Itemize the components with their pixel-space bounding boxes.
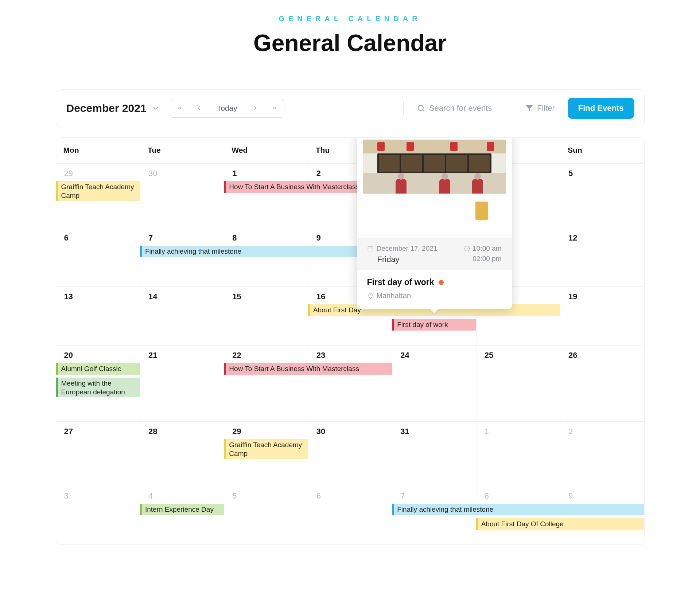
calendar-cell[interactable]: 21 <box>140 346 224 421</box>
event-popover-time-end: 02:00 pm <box>464 255 501 263</box>
page-title: General Calendar <box>0 30 700 56</box>
day-number: 7 <box>145 233 219 243</box>
svg-rect-3 <box>368 247 373 251</box>
calendar-cell[interactable]: 13 <box>56 287 140 345</box>
day-number: 24 <box>397 351 471 360</box>
calendar-cell[interactable]: 8 <box>224 228 308 286</box>
calendar-cell[interactable]: 6 <box>308 486 392 544</box>
calendar-event[interactable]: How To Start A Business With Masterclass <box>224 363 392 375</box>
calendar-toolbar: December 2021 Today <box>56 89 645 127</box>
calendar-week: 13141516171819About First DayFirst day o… <box>56 287 644 346</box>
day-number: 1 <box>229 169 303 178</box>
day-number: 4 <box>145 491 219 501</box>
calendar-event[interactable]: Graiffin Teach Academy Camp <box>56 181 140 201</box>
calendar-cell[interactable]: 31 <box>392 422 476 486</box>
calendar-cell[interactable]: 8 <box>476 486 560 544</box>
calendar-icon <box>367 245 374 252</box>
day-number: 14 <box>145 292 219 301</box>
prev-year-button[interactable] <box>170 99 189 117</box>
eyebrow-label: GENERAL CALENDAR <box>0 15 700 23</box>
day-header: Wed <box>224 138 308 164</box>
calendar-cell[interactable]: 22 <box>224 346 308 421</box>
day-number: 8 <box>482 491 555 501</box>
day-number: 13 <box>61 292 135 301</box>
next-month-button[interactable] <box>245 99 265 117</box>
calendar-cell[interactable]: 26 <box>560 346 644 421</box>
day-number: 15 <box>229 292 303 301</box>
day-header: Tue <box>140 138 224 164</box>
event-popover-location: Manhattan <box>377 292 411 300</box>
day-number: 21 <box>145 351 219 360</box>
find-events-button[interactable]: Find Events <box>568 98 634 119</box>
calendar-cell[interactable]: 28 <box>140 422 224 486</box>
prev-month-button[interactable] <box>189 99 209 117</box>
calendar-cell[interactable]: 30 <box>140 164 224 228</box>
calendar-event[interactable]: Finally achieving that milestone <box>140 246 392 257</box>
calendar-week: 272829303112Graiffin Teach Academy Camp <box>56 422 644 486</box>
day-number: 9 <box>565 491 639 501</box>
calendar-event[interactable]: Graiffin Teach Academy Camp <box>224 439 308 459</box>
calendar-week: 3456789Intern Experience DayFinally achi… <box>56 486 644 544</box>
day-number: 8 <box>229 233 303 243</box>
calendar-cell[interactable]: 5 <box>560 164 644 228</box>
date-nav-group: Today <box>170 99 284 118</box>
day-number: 29 <box>61 169 135 178</box>
search-input[interactable] <box>429 104 509 113</box>
calendar-cell[interactable]: 4 <box>140 486 224 544</box>
calendar-cell[interactable]: 3 <box>56 486 140 544</box>
calendar-cell[interactable]: 25 <box>476 346 560 421</box>
calendar-cell[interactable]: 14 <box>140 287 224 345</box>
today-button[interactable]: Today <box>209 99 245 117</box>
calendar-cell[interactable]: 24 <box>392 346 476 421</box>
calendar-cell[interactable]: 9 <box>560 486 644 544</box>
calendar-event[interactable]: Intern Experience Day <box>140 504 224 515</box>
calendar-event[interactable]: About First Day Of College <box>476 518 644 530</box>
calendar-week: 6789101112Finally achieving that milesto… <box>56 228 644 287</box>
calendar-cell[interactable]: 15 <box>224 287 308 345</box>
day-header: Sun <box>560 138 644 164</box>
calendar-cell[interactable]: 6 <box>56 228 140 286</box>
chevron-left-icon <box>196 105 202 112</box>
svg-marker-2 <box>526 105 533 112</box>
filter-label: Filter <box>537 104 555 113</box>
double-chevron-left-icon <box>177 105 183 111</box>
clock-icon <box>464 245 470 252</box>
day-number: 5 <box>565 169 639 178</box>
svg-line-1 <box>423 110 424 112</box>
event-popover: December 17, 2021 Friday 10:00 am 02:00 … <box>357 137 512 309</box>
chevron-down-icon <box>152 104 160 112</box>
search-icon <box>417 104 425 113</box>
calendar-event[interactable]: Alumni Golf Classic <box>56 363 140 375</box>
calendar-cell[interactable]: 2 <box>560 422 644 486</box>
calendar-cell[interactable]: 1 <box>476 422 560 486</box>
calendar-cell[interactable]: 12 <box>560 228 644 286</box>
current-month-selector[interactable]: December 2021 <box>66 102 160 114</box>
event-popover-day-of-week: Friday <box>367 255 457 264</box>
day-number: 3 <box>61 491 135 501</box>
calendar-cell[interactable]: 30 <box>308 422 392 486</box>
day-number: 1 <box>482 427 555 436</box>
calendar-cell[interactable]: 27 <box>56 422 140 486</box>
current-month-text: December 2021 <box>66 102 147 114</box>
calendar-cell[interactable]: 23 <box>308 346 392 421</box>
day-number: 30 <box>145 169 219 178</box>
calendar-event[interactable]: Meeting with the European delegation <box>56 378 140 397</box>
day-number: 19 <box>565 292 639 301</box>
search-wrap <box>414 104 512 113</box>
calendar-cell[interactable]: 1 <box>224 164 308 228</box>
day-number: 7 <box>397 491 471 501</box>
filter-button[interactable]: Filter <box>522 104 558 113</box>
calendar-cell[interactable]: 19 <box>560 287 644 345</box>
day-number: 20 <box>61 351 135 360</box>
day-number: 27 <box>61 427 135 436</box>
event-popover-title: First day of work <box>367 277 434 287</box>
calendar-cell[interactable]: 5 <box>224 486 308 544</box>
day-number: 5 <box>229 491 303 501</box>
event-popover-meta: December 17, 2021 Friday 10:00 am 02:00 … <box>357 238 512 270</box>
calendar-cell[interactable]: 7 <box>140 228 224 286</box>
calendar-event[interactable]: Finally achieving that milestone <box>392 504 644 515</box>
day-number: 6 <box>61 233 135 243</box>
calendar-event[interactable]: First day of work <box>392 319 476 331</box>
calendar-cell[interactable]: 7 <box>392 486 476 544</box>
next-year-button[interactable] <box>265 99 284 117</box>
